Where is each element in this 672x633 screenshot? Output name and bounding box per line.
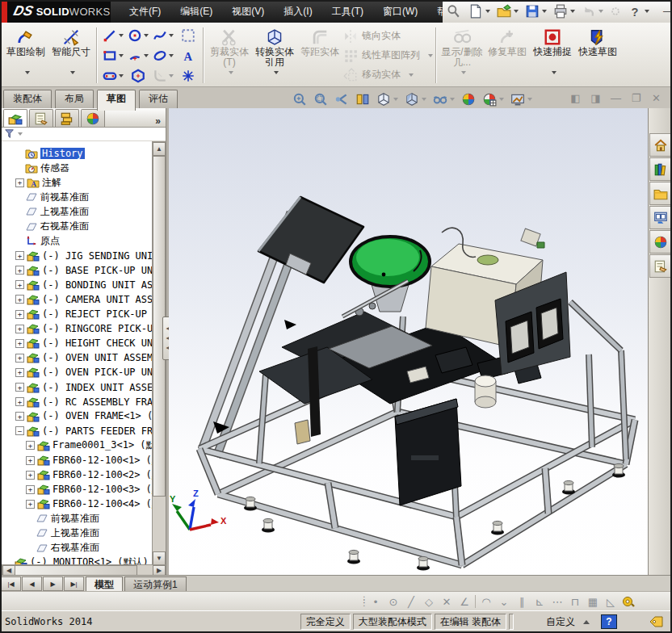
perpendicular-snap-icon[interactable]: ⊾ [531, 593, 548, 610]
edit-appearance-button[interactable] [459, 90, 478, 108]
expand-plus-icon[interactable]: + [26, 500, 35, 509]
tree-row[interactable]: +(-) HEIGHT CHECK UNIT AS [2, 336, 152, 350]
point-button[interactable] [175, 65, 200, 86]
expand-plus-icon[interactable]: + [15, 397, 24, 406]
view-palette-tab[interactable] [649, 206, 672, 229]
tree-row[interactable]: +(-) OVEN PICK-UP UNIT AS [2, 365, 152, 379]
tab-模型[interactable]: 模型 [86, 576, 123, 592]
scroll-down-button[interactable]: ▼ [153, 551, 166, 565]
tree-row[interactable]: +(-) CAMERA UNIT ASSEMBLY [2, 292, 152, 307]
tree-row[interactable]: +(-) OVEN UNIT ASSEMBLY<1 [2, 350, 152, 365]
view-orientation-button[interactable] [374, 90, 401, 108]
tree-row[interactable]: 前视基准面 [2, 190, 152, 204]
scroll-up-button[interactable]: ▲ [153, 142, 166, 156]
dropdown-arrow-icon[interactable] [119, 34, 124, 37]
tree-row[interactable]: 前视基准面 [2, 511, 152, 526]
angle-snap-icon[interactable]: ◺ [602, 593, 620, 610]
tree-row[interactable]: History [2, 146, 152, 161]
tree-row[interactable]: +FBR60-12-100<1> (默认 [2, 453, 152, 467]
expand-plus-icon[interactable]: + [15, 383, 24, 392]
polygon-button[interactable] [125, 65, 150, 86]
apply-scene-button[interactable] [480, 90, 506, 108]
tree-item-label[interactable]: FBR60-12-100<3> (默认 [52, 483, 152, 497]
expand-plus-icon[interactable]: + [26, 471, 35, 480]
menu-W[interactable]: 窗口(W) [373, 0, 427, 23]
tree-item-label[interactable]: 传感器 [40, 161, 69, 175]
search-pin-icon[interactable] [446, 4, 460, 19]
tape-measure-icon[interactable] [620, 593, 637, 610]
sheet-nav-button-2[interactable]: ▶ [43, 576, 63, 591]
hv-snap-icon[interactable]: ⊓ [566, 593, 584, 610]
print-button[interactable] [551, 2, 578, 20]
tree-item-label[interactable]: 前视基准面 [51, 512, 99, 526]
dropdown-arrow-icon[interactable] [393, 98, 398, 101]
tree-row[interactable]: +FBR60-12-100<3> (默认 [2, 482, 152, 497]
new-doc-button[interactable] [466, 2, 493, 20]
tree-item-label[interactable]: (-) OVEN FRAME<1> (默认) [42, 409, 152, 423]
help-button[interactable]: ? [625, 2, 652, 20]
快速草图-button[interactable]: 快速草图 [575, 24, 620, 86]
tree-item-label[interactable]: History [40, 148, 85, 159]
arc-button[interactable] [125, 45, 150, 65]
tree-item-label[interactable]: FBR60-12-100<2> (默认 [52, 468, 152, 482]
tree-row[interactable]: +(-) BASE PICK-UP UNIT AS [2, 263, 152, 278]
tree-row[interactable]: 原点 [2, 234, 152, 249]
tree-item-label[interactable]: Frame0001_3<1> (默认) [52, 438, 152, 452]
dropdown-arrow-icon[interactable] [570, 10, 575, 13]
expand-plus-icon[interactable]: + [15, 368, 24, 377]
tree-row[interactable]: +(-) OVEN FRAME<1> (默认) [2, 409, 152, 424]
sheet-nav-button-0[interactable]: |◀ [1, 576, 21, 591]
toolbar-drag-handle[interactable]: ⋮⋮ [360, 598, 367, 605]
expand-plus-icon[interactable]: + [26, 456, 35, 465]
tree-item-label[interactable]: FBR60-12-100<4> (默认 [52, 497, 152, 511]
expand-plus-icon[interactable]: + [15, 295, 24, 304]
tree-row[interactable]: (-) MONITOR<1> (默认) [2, 555, 152, 564]
property-manager-tab[interactable] [29, 109, 53, 127]
dropdown-arrow-icon[interactable] [542, 10, 547, 13]
appearances-tab[interactable] [649, 230, 672, 254]
tree-row[interactable]: +(-) RINGCORE PICK-UP UNI [2, 321, 152, 336]
sheet-nav-button-1[interactable]: ◀ [22, 576, 42, 591]
智能尺寸-button[interactable]: 智能尺寸 [48, 24, 94, 86]
menu-I[interactable]: 插入(I) [274, 0, 321, 23]
center-snap-icon[interactable]: ⊙ [384, 593, 402, 610]
text-button[interactable]: A [175, 45, 200, 65]
tree-item-label[interactable]: (-) BASE PICK-UP UNIT AS [42, 265, 152, 276]
tree-item-label[interactable]: (-) REJECT PICK-UP UNIT [42, 308, 152, 320]
dropdown-arrow-icon[interactable] [645, 10, 649, 13]
menu-V[interactable]: 视图(V) [222, 0, 274, 23]
快速捕捉-button[interactable]: 快速捕捉 [530, 24, 575, 86]
status-help-button[interactable]: ? [601, 614, 617, 629]
nearest-snap-icon[interactable]: ∠ [456, 593, 473, 610]
filter-icon[interactable] [4, 128, 15, 140]
menu-T[interactable]: 工具(T) [322, 0, 373, 23]
split-right-button[interactable]: ◨ [586, 90, 606, 105]
line-snap-icon[interactable]: ╱ [402, 593, 420, 610]
doc-close-button[interactable]: ✕ [646, 90, 666, 105]
hide-show-items-button[interactable] [430, 90, 457, 108]
quad-snap-icon[interactable]: ◇ [420, 593, 438, 610]
tree-item-label[interactable]: (-) RINGCORE PICK-UP UNI [42, 323, 152, 334]
tree-item-label[interactable]: (-) HEIGHT CHECK UNIT AS [42, 337, 152, 349]
design-library-tab[interactable] [649, 157, 672, 181]
tree-row[interactable]: 上视基准面 [2, 204, 152, 219]
tree-item-label[interactable]: FBR60-12-100<1> (默认 [52, 454, 152, 467]
points-snap-icon[interactable]: ⋯ [548, 593, 566, 610]
intersect-snap-icon[interactable]: ✕ [438, 593, 456, 610]
dropdown-arrow-icon[interactable] [450, 98, 455, 101]
tree-row[interactable]: 上视基准面 [2, 526, 152, 540]
tree-row[interactable]: +(-) INDEX UNIT ASSEMBLY [2, 380, 152, 395]
tree-row[interactable]: +(-) RC ASSEMBLY FRAME<1 [2, 395, 152, 409]
tree-row[interactable]: +(-) JIG SENDING UNIT ASS [2, 249, 152, 263]
doc-minimize-button[interactable]: — [606, 90, 626, 105]
tree-row[interactable]: 右视基准面 [2, 541, 152, 555]
tree-item-label[interactable]: (-) JIG SENDING UNIT ASS [42, 250, 152, 262]
expand-plus-icon[interactable]: + [15, 266, 24, 275]
dropdown-arrow-icon[interactable] [70, 71, 75, 74]
dropdown-arrow-icon[interactable] [25, 71, 30, 74]
expand-plus-icon[interactable]: + [15, 412, 24, 421]
tree-item-label[interactable]: (-) OVEN PICK-UP UNIT AS [42, 367, 152, 378]
expand-plus-icon[interactable]: + [26, 485, 35, 494]
custom-properties-tab[interactable] [649, 254, 672, 278]
tree-row[interactable]: +FBR60-12-100<4> (默认 [2, 497, 152, 511]
